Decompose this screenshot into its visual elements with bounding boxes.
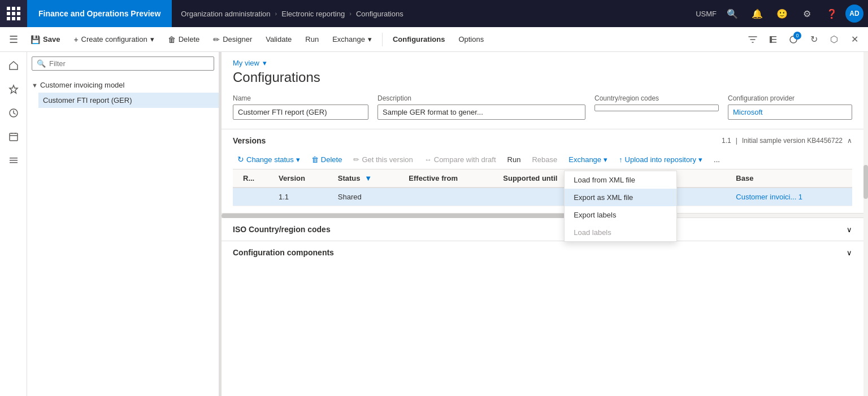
star-icon[interactable] <box>2 78 25 101</box>
filter-input-wrap: 🔍 <box>32 56 214 71</box>
horizontal-scrollbar[interactable] <box>222 213 863 217</box>
badge-button[interactable]: 0 <box>784 31 802 49</box>
validate-button[interactable]: Validate <box>260 32 297 47</box>
notification-bell[interactable]: 🔔 <box>746 0 769 27</box>
country-label: Country/region codes <box>594 94 719 102</box>
search-button[interactable]: 🔍 <box>721 0 744 27</box>
breadcrumb-item-3[interactable]: Configurations <box>356 10 403 18</box>
settings-button[interactable]: ⚙ <box>796 0 818 27</box>
desc-value: Sample GER format to gener... <box>377 105 585 120</box>
versions-collapse-btn[interactable]: ∧ <box>847 137 852 145</box>
refresh-icon[interactable]: ↻ <box>805 31 823 49</box>
svg-rect-1 <box>770 38 772 41</box>
list-icon[interactable] <box>2 149 25 172</box>
right-scrollbar-thumb[interactable] <box>863 165 868 199</box>
exchange-dropdown: Load from XML file Export as XML file Ex… <box>564 171 677 242</box>
command-bar-right: 0 ↻ ⬡ ✕ <box>744 31 863 49</box>
svg-rect-5 <box>772 42 776 43</box>
th-revision[interactable]: R... <box>237 169 273 188</box>
form-provider-field: Configuration provider Microsoft <box>728 94 852 120</box>
get-version-button: ✏ Get this version <box>349 153 417 167</box>
home-icon[interactable] <box>2 54 25 77</box>
exchange-export-labels[interactable]: Export labels <box>565 206 676 224</box>
tree-item-fti-report[interactable]: Customer FTI report (GER) <box>38 93 219 108</box>
cell-base: Customer invoici... 1 <box>730 188 852 206</box>
filter-search-icon: 🔍 <box>37 59 46 68</box>
version-note: Initial sample version KB4456722 <box>742 137 843 145</box>
change-status-icon: ↻ <box>237 155 244 164</box>
row-indicator-cell <box>233 188 237 206</box>
th-base[interactable]: Base <box>730 169 852 188</box>
run-button[interactable]: Run <box>300 32 324 47</box>
breadcrumb-item-1[interactable]: Organization administration <box>181 10 270 18</box>
change-status-chevron: ▾ <box>296 155 300 164</box>
th-effective-from[interactable]: Effective from <box>403 169 497 188</box>
designer-icon: ✏ <box>213 35 220 44</box>
version-exchange-button[interactable]: Exchange ▾ <box>564 153 612 167</box>
avatar[interactable]: AD <box>845 5 863 23</box>
th-version[interactable]: Version <box>273 169 332 188</box>
svg-rect-3 <box>772 36 776 37</box>
provider-label: Configuration provider <box>728 94 852 102</box>
designer-button[interactable]: ✏ Designer <box>207 32 258 47</box>
version-separator: | <box>736 137 737 145</box>
app-grid-button[interactable] <box>0 0 27 27</box>
tree-toggle-icon: ▼ <box>32 82 38 89</box>
main-content: My view ▾ Configurations Name Customer F… <box>222 52 863 396</box>
versions-info: 1.1 | Initial sample version KB4456722 ∧ <box>722 137 852 145</box>
breadcrumb: Organization administration › Electronic… <box>172 10 691 18</box>
iso-collapse-icon: ∨ <box>847 225 852 234</box>
delete-icon: 🗑 <box>168 35 176 44</box>
change-status-button[interactable]: ↻ Change status ▾ <box>233 152 305 167</box>
more-options-button[interactable]: ... <box>709 153 724 167</box>
help-button[interactable]: ❓ <box>821 0 843 27</box>
tree-item-customer-model[interactable]: ▼ Customer invoicing model <box>27 77 219 93</box>
name-label: Name <box>233 94 368 102</box>
th-indicator <box>233 169 237 188</box>
clock-icon[interactable] <box>2 102 25 124</box>
delete-button[interactable]: 🗑 Delete <box>162 32 206 47</box>
hamburger-menu[interactable]: ☰ <box>5 31 23 49</box>
filter-icon-btn[interactable] <box>744 31 762 49</box>
create-icon: + <box>73 35 78 44</box>
cell-effective-from <box>403 188 497 206</box>
exchange-export-xml[interactable]: Export as XML file <box>565 189 676 206</box>
save-button[interactable]: 💾 Save <box>25 32 66 47</box>
cell-version: 1.1 <box>273 188 332 206</box>
exchange-button[interactable]: Exchange ▾ <box>327 32 377 47</box>
smiley-icon[interactable]: 🙂 <box>771 0 793 27</box>
status-filter-icon[interactable]: ▼ <box>364 174 372 182</box>
version-delete-icon: 🗑 <box>311 155 319 164</box>
version-delete-button[interactable]: 🗑 Delete <box>307 153 347 167</box>
scroll-thumb[interactable] <box>222 214 575 218</box>
svg-rect-2 <box>770 41 772 43</box>
th-status[interactable]: Status ▼ <box>332 169 403 188</box>
iso-section[interactable]: ISO Country/region codes ∨ <box>222 217 863 241</box>
create-config-chevron: ▾ <box>150 35 154 43</box>
filter-input[interactable] <box>49 59 209 68</box>
column-settings-icon[interactable] <box>764 31 782 49</box>
tree-area: ▼ Customer invoicing model Customer FTI … <box>27 75 219 396</box>
options-button[interactable]: Options <box>453 32 489 47</box>
exchange-load-xml[interactable]: Load from XML file <box>565 171 676 189</box>
configurations-button[interactable]: Configurations <box>387 32 450 47</box>
country-value <box>594 105 719 111</box>
version-run-button[interactable]: Run <box>503 153 526 167</box>
upload-chevron: ▾ <box>698 155 702 164</box>
exchange-chevron: ▾ <box>368 35 372 43</box>
top-bar: Finance and Operations Preview Organizat… <box>0 0 868 27</box>
open-new-icon[interactable]: ⬡ <box>825 31 843 49</box>
create-configuration-button[interactable]: + Create configuration ▾ <box>68 32 159 47</box>
view-selector[interactable]: My view ▾ <box>222 52 863 69</box>
exchange-btn-chevron: ▾ <box>604 155 607 164</box>
table-row[interactable]: 1.1 Shared 7/31/2018 5:51:01 AM Customer… <box>233 188 852 206</box>
upload-repository-button[interactable]: ↑ Upload into repository ▾ <box>614 153 707 167</box>
close-icon[interactable]: ✕ <box>845 31 863 49</box>
components-section[interactable]: Configuration components ∨ <box>222 241 863 264</box>
components-collapse-icon: ∨ <box>847 249 852 257</box>
calendar-icon[interactable] <box>2 125 25 148</box>
svg-rect-10 <box>10 158 18 159</box>
right-scrollbar[interactable] <box>863 52 868 396</box>
svg-rect-0 <box>770 36 772 38</box>
breadcrumb-item-2[interactable]: Electronic reporting <box>281 10 345 18</box>
